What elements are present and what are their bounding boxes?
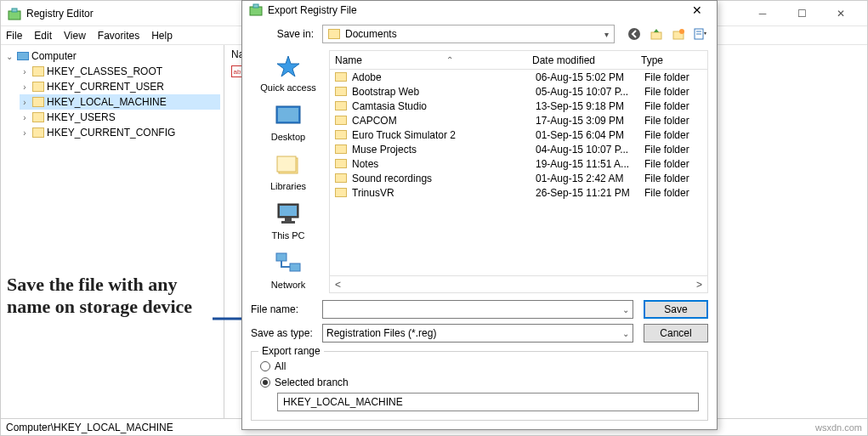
header-date[interactable]: Date modified (532, 54, 641, 66)
file-date: 17-Aug-15 3:09 PM (536, 115, 644, 127)
file-date: 19-Aug-15 11:51 A... (536, 158, 644, 170)
menu-favorites[interactable]: Favorites (98, 30, 139, 42)
file-row[interactable]: TrinusVR26-Sep-15 11:21 PMFile folder (330, 185, 707, 200)
svg-rect-7 (651, 32, 661, 39)
svg-rect-5 (253, 4, 258, 8)
radio-checked-icon (260, 377, 270, 388)
file-type: File folder (644, 158, 707, 170)
file-type: File folder (644, 144, 707, 156)
libraries-icon (273, 152, 304, 178)
desktop-icon (273, 103, 304, 128)
menu-view[interactable]: View (64, 30, 86, 42)
tree-item[interactable]: ›HKEY_CLASSES_ROOT (20, 64, 220, 79)
chevron-down-icon[interactable]: ⌄ (622, 305, 629, 314)
folder-icon (335, 188, 347, 197)
svg-rect-20 (285, 218, 292, 221)
tree-item-label: HKEY_CLASSES_ROOT (47, 65, 162, 77)
file-name: Euro Truck Simulator 2 (352, 129, 456, 141)
folder-icon (32, 82, 44, 92)
file-row[interactable]: Muse Projects04-Aug-15 10:07 P...File fo… (330, 142, 707, 156)
folder-icon (328, 29, 340, 39)
place-this-pc[interactable]: This PC (254, 198, 322, 244)
menu-file[interactable]: File (6, 30, 22, 42)
file-row[interactable]: Sound recordings01-Aug-15 2:42 AMFile fo… (330, 171, 707, 185)
folder-icon (335, 173, 347, 183)
menu-edit[interactable]: Edit (34, 30, 52, 42)
file-name: Adobe (352, 71, 382, 83)
save-in-select[interactable]: Documents ▾ (322, 25, 615, 43)
tree-item[interactable]: ›HKEY_USERS (20, 110, 220, 125)
save-in-value: Documents (345, 28, 397, 40)
folder-icon (32, 97, 44, 107)
minimize-button[interactable]: ─ (743, 1, 782, 26)
svg-point-6 (628, 28, 640, 40)
up-folder-icon[interactable] (649, 26, 664, 42)
file-date: 13-Sep-15 9:18 PM (536, 100, 644, 112)
back-icon[interactable] (627, 26, 642, 42)
expand-icon[interactable]: › (20, 128, 30, 138)
radio-icon (260, 361, 270, 371)
file-date: 05-Aug-15 10:07 P... (536, 86, 644, 98)
place-libraries[interactable]: Libraries (254, 149, 322, 195)
file-list-scrollbar[interactable]: < > (330, 275, 707, 292)
tree-pane[interactable]: ⌄ Computer ›HKEY_CLASSES_ROOT›HKEY_CURRE… (1, 45, 224, 418)
sort-asc-icon: ⌃ (446, 55, 453, 65)
dialog-close-button[interactable]: ✕ (684, 3, 710, 17)
file-list[interactable]: Name⌃ Date modified Type Adobe06-Aug-15 … (329, 50, 708, 293)
file-row[interactable]: Euro Truck Simulator 201-Sep-15 6:04 PMF… (330, 127, 707, 142)
svg-rect-1 (12, 8, 17, 12)
watermark: wsxdn.com (815, 422, 862, 433)
export-range-legend: Export range (258, 345, 324, 357)
collapse-icon[interactable]: ⌄ (4, 52, 14, 61)
expand-icon[interactable]: › (20, 67, 30, 76)
file-row[interactable]: Notes19-Aug-15 11:51 A...File folder (330, 156, 707, 171)
maximize-button[interactable]: ☐ (782, 1, 821, 26)
file-name: Bootstrap Web (352, 86, 419, 98)
place-desktop[interactable]: Desktop (254, 99, 322, 145)
chevron-down-icon[interactable]: ⌄ (622, 329, 629, 338)
file-name: Muse Projects (352, 144, 417, 156)
tree-item[interactable]: ›HKEY_CURRENT_USER (20, 79, 220, 94)
save-type-select[interactable]: Registration Files (*.reg) ⌄ (322, 324, 633, 343)
status-path: Computer\HKEY_LOCAL_MACHINE (6, 422, 173, 433)
tree-root[interactable]: ⌄ Computer (4, 48, 220, 64)
scroll-left-icon[interactable]: < (335, 279, 341, 291)
tree-item[interactable]: ›HKEY_LOCAL_MACHINE (20, 94, 220, 110)
menu-help[interactable]: Help (151, 30, 173, 42)
file-row[interactable]: Camtasia Studio13-Sep-15 9:18 PMFile fol… (330, 99, 707, 113)
branch-input[interactable]: HKEY_LOCAL_MACHINE (277, 393, 699, 411)
file-name-input[interactable]: ⌄ (322, 300, 633, 319)
file-date: 01-Sep-15 6:04 PM (536, 129, 644, 141)
expand-icon[interactable]: › (20, 82, 30, 92)
header-name[interactable]: Name (335, 54, 362, 66)
view-menu-icon[interactable] (693, 26, 708, 42)
file-type: File folder (644, 86, 707, 98)
tree-item-label: HKEY_CURRENT_CONFIG (47, 127, 175, 139)
folder-icon (32, 112, 44, 122)
cancel-button[interactable]: Cancel (644, 324, 708, 343)
folder-icon (335, 130, 347, 139)
close-button[interactable]: ✕ (821, 1, 860, 26)
scroll-right-icon[interactable]: > (696, 279, 702, 291)
file-row[interactable]: Bootstrap Web05-Aug-15 10:07 P...File fo… (330, 84, 707, 99)
save-type-label: Save as type: (251, 327, 322, 339)
regedit-icon (249, 3, 263, 19)
file-row[interactable]: Adobe06-Aug-15 5:02 PMFile folder (330, 70, 707, 84)
tree-item[interactable]: ›HKEY_CURRENT_CONFIG (20, 125, 220, 140)
svg-marker-13 (277, 56, 299, 76)
new-folder-icon[interactable] (671, 26, 686, 42)
file-type: File folder (644, 187, 707, 199)
place-network[interactable]: Network (254, 247, 322, 293)
save-button[interactable]: Save (644, 300, 708, 319)
header-type[interactable]: Type (641, 54, 704, 66)
this-pc-icon (273, 201, 304, 227)
export-dialog: Export Registry File ✕ Save in: Document… (241, 0, 718, 430)
radio-all[interactable]: All (260, 360, 699, 372)
file-row[interactable]: CAPCOM17-Aug-15 3:09 PMFile folder (330, 113, 707, 127)
place-quick-access[interactable]: Quick access (254, 50, 322, 96)
expand-icon[interactable]: › (20, 113, 30, 122)
computer-icon (17, 52, 29, 60)
radio-selected-branch[interactable]: Selected branch (260, 377, 699, 388)
expand-icon[interactable]: › (20, 98, 30, 107)
file-list-header[interactable]: Name⌃ Date modified Type (330, 51, 707, 70)
